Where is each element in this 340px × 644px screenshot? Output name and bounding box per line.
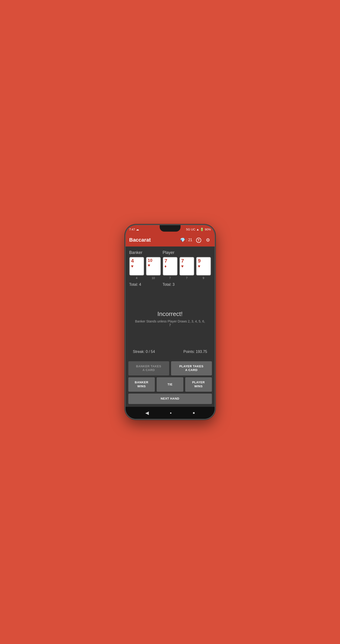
stats-row: Streak: 0 / 54 Points: 193.75: [129, 348, 211, 356]
help-button[interactable]: ?: [195, 236, 202, 244]
player-label: Player: [163, 250, 211, 255]
nav-recent-icon[interactable]: ■: [193, 411, 195, 415]
player-total: Total: 3: [163, 282, 211, 287]
network-indicator: 5G UC: [186, 228, 195, 231]
wins-row: BANKERWINS TIE PLAYERWINS: [128, 377, 212, 392]
player-card-3-label: 9: [203, 276, 204, 280]
banker-total: Total: 4: [129, 282, 161, 287]
banker-card-2-col: 10 ♥ 10: [146, 257, 161, 280]
nav-back-icon[interactable]: ◀: [145, 410, 149, 416]
points-stat: Points: 193.75: [183, 350, 207, 354]
help-icon: ?: [196, 238, 201, 243]
game-area: Banker 4 ♥ 4 10 ♥: [126, 246, 215, 360]
main-content: Banker 4 ♥ 4 10 ♥: [126, 246, 215, 419]
banker-card-1-col: 4 ♥ 4: [129, 257, 144, 280]
status-left: 7:47 ☁: [129, 228, 139, 231]
player-card-2-label: 7: [186, 276, 188, 280]
gem-count: 21: [188, 238, 192, 242]
message-subtitle: Banker Stands unless Player Draws 2, 3, …: [134, 320, 206, 327]
status-bar: 7:47 ☁ 5G UC ▲ 🔋 90%: [126, 225, 215, 234]
banker-card-2: 10 ♥: [146, 257, 161, 276]
nav-bar: ◀ ● ■: [126, 407, 215, 419]
banker-hand: Banker 4 ♥ 4 10 ♥: [129, 250, 161, 287]
banker-takes-card-button[interactable]: BANKER TAKESA CARD: [128, 361, 169, 376]
player-cards-row: 7 ♦ 7 7 ♥ 7: [163, 257, 211, 280]
notch: [160, 225, 181, 232]
streak-stat: Streak: 0 / 54: [133, 350, 155, 354]
banker-wins-button[interactable]: BANKERWINS: [128, 377, 155, 392]
banker-card-1: 4 ♥: [129, 257, 144, 276]
next-hand-button[interactable]: NEXT HAND: [128, 394, 212, 404]
status-right: 5G UC ▲ 🔋 90%: [186, 228, 211, 231]
player-card-3-suit: ♥: [198, 264, 201, 269]
signal-icon: ▲: [196, 228, 199, 231]
player-card-1-value: 7: [165, 258, 167, 264]
banker-card-1-value: 4: [131, 258, 134, 264]
battery-icon: 🔋: [200, 228, 204, 231]
player-wins-button[interactable]: PLAYERWINS: [185, 377, 212, 392]
player-card-2-col: 7 ♥ 7: [179, 257, 194, 280]
player-card-1-col: 7 ♦ 7: [163, 257, 178, 280]
player-card-2-value: 7: [181, 258, 184, 264]
player-card-3: 9 ♥: [196, 257, 211, 276]
banker-card-2-value: 10: [148, 258, 152, 262]
gear-icon: ⚙: [206, 238, 210, 242]
player-card-2: 7 ♥: [179, 257, 194, 276]
message-area: Incorrect! Banker Stands unless Player D…: [129, 290, 211, 348]
takes-card-row: BANKER TAKESA CARD PLAYER TAKESA CARD: [128, 361, 212, 376]
banker-label: Banker: [129, 250, 161, 255]
banker-card-2-suit: ♥: [148, 263, 150, 268]
app-title: Baccarat: [129, 237, 151, 243]
buttons-area: BANKER TAKESA CARD PLAYER TAKESA CARD BA…: [126, 360, 215, 407]
banker-card-2-label: 10: [152, 276, 155, 280]
app-bar-actions: 💎 : 21 ? ⚙: [180, 236, 211, 244]
settings-button[interactable]: ⚙: [205, 236, 211, 244]
nav-home-icon[interactable]: ●: [170, 411, 172, 415]
message-title: Incorrect!: [157, 310, 182, 318]
player-card-1-suit: ♦: [165, 264, 167, 269]
hands-row: Banker 4 ♥ 4 10 ♥: [129, 250, 211, 287]
banker-card-1-label: 4: [136, 276, 137, 280]
weather-icon: ☁: [136, 228, 139, 231]
gem-icon: 💎: [180, 238, 185, 242]
tie-button[interactable]: TIE: [157, 377, 183, 392]
banker-card-1-suit: ♥: [131, 264, 134, 269]
player-card-3-value: 9: [198, 258, 201, 264]
gem-display: 💎 : 21: [180, 238, 192, 242]
next-hand-row: NEXT HAND: [128, 394, 212, 404]
status-time: 7:47: [129, 228, 135, 231]
app-bar: Baccarat 💎 : 21 ? ⚙: [126, 234, 215, 246]
player-card-3-col: 9 ♥ 9: [196, 257, 211, 280]
player-card-1: 7 ♦: [163, 257, 178, 276]
player-card-2-suit: ♥: [181, 264, 184, 269]
battery-percent: 90%: [205, 228, 211, 231]
phone-frame: 7:47 ☁ 5G UC ▲ 🔋 90% Baccarat 💎 : 21 ? ⚙: [125, 224, 215, 420]
gem-separator: :: [186, 238, 187, 242]
banker-cards-row: 4 ♥ 4 10 ♥ 10: [129, 257, 161, 280]
player-hand: Player 7 ♦ 7 7 ♥: [163, 250, 211, 287]
player-takes-card-button[interactable]: PLAYER TAKESA CARD: [171, 361, 212, 376]
player-card-1-label: 7: [169, 276, 171, 280]
